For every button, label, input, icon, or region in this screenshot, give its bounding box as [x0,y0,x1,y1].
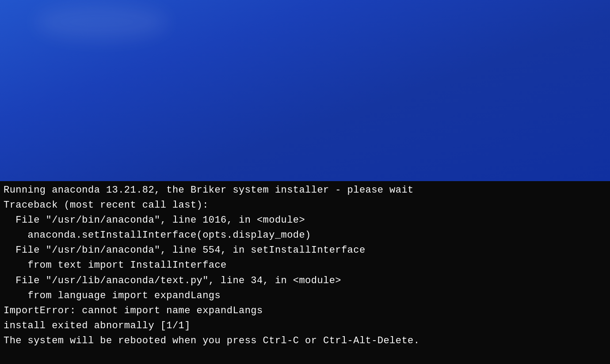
terminal-line-8: ImportError: cannot import name expandLa… [0,303,610,318]
terminal-line-7: from language import expandLangs [0,288,610,303]
terminal-output: Running anaconda 13.21.82, the Briker sy… [0,181,610,364]
terminal-line-6: File "/usr/lib/anaconda/text.py", line 3… [0,273,610,288]
terminal-line-0: Running anaconda 13.21.82, the Briker sy… [0,181,610,198]
terminal-line-2: File "/usr/bin/anaconda", line 1016, in … [0,213,610,228]
terminal-line-10: The system will be rebooted when you pre… [0,334,610,349]
blue-background [0,0,610,181]
screen: Running anaconda 13.21.82, the Briker sy… [0,0,610,364]
terminal-line-9: install exited abnormally [1/1] [0,318,610,334]
terminal-line-1: Traceback (most recent call last): [0,198,610,213]
terminal-line-4: File "/usr/bin/anaconda", line 554, in s… [0,243,610,258]
terminal-line-3: anaconda.setInstallInterface(opts.displa… [0,228,610,243]
terminal-line-5: from text import InstallInterface [0,258,610,273]
